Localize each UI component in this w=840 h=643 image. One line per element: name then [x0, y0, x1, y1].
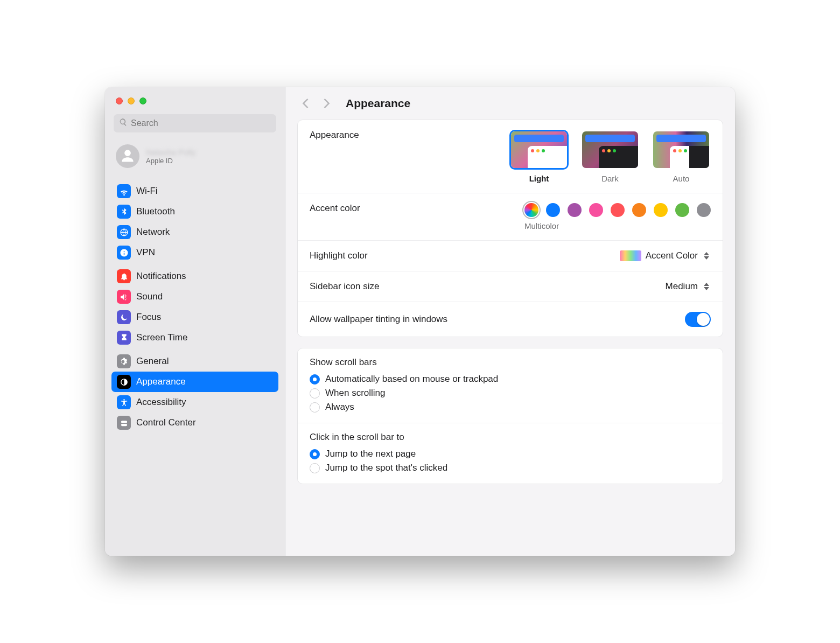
sidebar-group-1: Wi-FiBluetoothNetworkVPN [111, 181, 278, 263]
sidebar-item-label: Notifications [136, 271, 186, 282]
sidebar-item-accessibility[interactable]: Accessibility [111, 392, 278, 413]
gear-icon [117, 354, 131, 368]
appearance-modes: LightDarkAuto [509, 130, 711, 183]
account-subtitle: Apple ID [146, 157, 196, 165]
accent-swatch-7[interactable] [675, 203, 689, 217]
accent-caption: Multicolor [524, 221, 559, 230]
sidebar-item-appearance[interactable]: Appearance [111, 372, 278, 392]
sidebar-group-3: GeneralAppearanceAccessibilityControl Ce… [111, 351, 278, 433]
sidebar-icon-select[interactable]: Medium [666, 281, 711, 292]
search-icon [119, 118, 131, 129]
sidebar-item-label: Appearance [136, 376, 186, 387]
moon-icon [117, 310, 131, 324]
sidebar-icon-value: Medium [666, 281, 698, 292]
settings-window: Natasha Polly Apple ID Wi-FiBluetoothNet… [105, 87, 735, 556]
sidebar-item-vpn[interactable]: VPN [111, 242, 278, 263]
forward-button[interactable] [321, 97, 333, 109]
svg-point-0 [123, 399, 125, 401]
sidebar-icon-label: Sidebar icon size [310, 281, 379, 292]
wifi-icon [117, 184, 131, 198]
search-field[interactable] [114, 114, 276, 132]
switches-icon [117, 416, 131, 430]
sidebar-item-general[interactable]: General [111, 351, 278, 372]
mode-thumb-icon [580, 130, 640, 170]
accent-swatch-6[interactable] [654, 203, 668, 217]
stepper-icon [702, 252, 711, 260]
appearance-icon [117, 375, 131, 389]
appearance-mode-dark[interactable]: Dark [580, 130, 640, 183]
accent-swatch-0[interactable] [524, 203, 538, 217]
highlight-label: Highlight color [310, 250, 368, 261]
access-icon [117, 395, 131, 409]
sidebar-icon-row: Sidebar icon size Medium [298, 271, 723, 302]
sidebar-item-screen-time[interactable]: Screen Time [111, 327, 278, 348]
scrollbars-option-2[interactable]: Always [310, 400, 711, 414]
tinting-label: Allow wallpaper tinting in windows [310, 314, 447, 325]
back-button[interactable] [299, 97, 311, 109]
scrollbars-block: Show scroll bars Automatically based on … [298, 348, 723, 423]
window-controls [111, 95, 278, 114]
scrollclick-label: Click in the scroll bar to [310, 432, 711, 443]
sidebar-item-network[interactable]: Network [111, 222, 278, 242]
sidebar-item-notifications[interactable]: Notifications [111, 266, 278, 286]
stepper-icon [702, 283, 711, 290]
radio-label: Jump to the spot that's clicked [325, 463, 447, 473]
sidebar-item-control-center[interactable]: Control Center [111, 413, 278, 433]
sidebar: Natasha Polly Apple ID Wi-FiBluetoothNet… [105, 87, 285, 556]
appearance-mode-auto[interactable]: Auto [652, 130, 711, 183]
radio-label: When scrolling [325, 388, 386, 399]
minimize-window-button[interactable] [128, 97, 135, 104]
close-window-button[interactable] [116, 97, 123, 104]
sidebar-item-label: Wi-Fi [136, 186, 158, 197]
scrollclick-block: Click in the scroll bar to Jump to the n… [298, 423, 723, 484]
sidebar-group-2: NotificationsSoundFocusScreen Time [111, 266, 278, 348]
radio-label: Automatically based on mouse or trackpad [325, 374, 498, 385]
search-input[interactable] [131, 118, 271, 128]
accent-label: Accent color [310, 203, 360, 214]
appearance-panel: Appearance LightDarkAuto Accent color Mu… [297, 120, 723, 337]
scrollclick-option-0[interactable]: Jump to the next page [310, 447, 711, 461]
accent-swatches [524, 203, 711, 217]
sidebar-item-wi-fi[interactable]: Wi-Fi [111, 181, 278, 201]
sidebar-item-label: Focus [136, 312, 161, 323]
accent-swatch-1[interactable] [546, 203, 560, 217]
sidebar-item-focus[interactable]: Focus [111, 307, 278, 327]
highlight-value: Accent Color [646, 250, 698, 261]
mode-label: Light [529, 174, 549, 183]
tinting-row: Allow wallpaper tinting in windows [298, 302, 723, 337]
mode-thumb-icon [652, 130, 711, 170]
sidebar-item-label: Accessibility [136, 397, 186, 408]
sidebar-item-sound[interactable]: Sound [111, 286, 278, 307]
accent-swatch-3[interactable] [589, 203, 603, 217]
accent-swatch-2[interactable] [568, 203, 582, 217]
mode-label: Dark [601, 174, 619, 183]
account-row[interactable]: Natasha Polly Apple ID [111, 140, 278, 178]
accent-swatch-8[interactable] [697, 203, 711, 217]
bell-icon [117, 269, 131, 283]
appearance-mode-light[interactable]: Light [509, 130, 569, 183]
scrollbars-option-0[interactable]: Automatically based on mouse or trackpad [310, 372, 711, 386]
accent-swatch-4[interactable] [611, 203, 625, 217]
scrollbars-option-1[interactable]: When scrolling [310, 386, 711, 400]
tinting-toggle[interactable] [685, 312, 711, 327]
highlight-swatch-icon [620, 250, 641, 261]
radio-label: Always [325, 402, 354, 413]
fullscreen-window-button[interactable] [139, 97, 146, 104]
speaker-icon [117, 290, 131, 304]
scrollclick-option-1[interactable]: Jump to the spot that's clicked [310, 461, 711, 475]
sidebar-item-bluetooth[interactable]: Bluetooth [111, 201, 278, 222]
mode-label: Auto [673, 174, 690, 183]
radio-indicator-icon [310, 449, 320, 459]
main-pane: Appearance Appearance LightDarkAuto Acce… [285, 87, 735, 556]
highlight-select[interactable]: Accent Color [620, 250, 711, 261]
avatar [116, 144, 139, 168]
page-title: Appearance [346, 97, 410, 110]
accent-swatch-5[interactable] [632, 203, 646, 217]
sidebar-item-label: General [136, 356, 169, 367]
hourglass-icon [117, 331, 131, 345]
sidebar-item-label: Screen Time [136, 332, 187, 343]
highlight-row: Highlight color Accent Color [298, 241, 723, 271]
mode-thumb-icon [509, 130, 569, 170]
sidebar-item-label: Sound [136, 291, 163, 302]
sidebar-item-label: Control Center [136, 417, 196, 428]
